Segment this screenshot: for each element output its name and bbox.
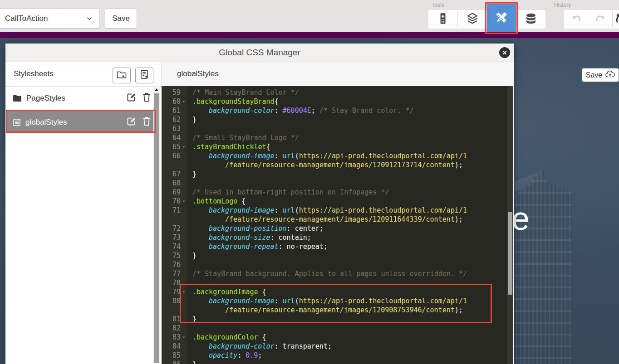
fold-arrow-icon[interactable]: ▾ — [181, 142, 187, 151]
code-text: background-image: url(https://api-prod.t… — [187, 206, 467, 215]
rename-stylesheet-button[interactable] — [123, 92, 139, 105]
code-line-78[interactable]: 78 — [162, 278, 513, 287]
code-line-66[interactable]: 66background-image: url(https://api-prod… — [162, 151, 513, 160]
layers-tool-button[interactable] — [458, 10, 487, 29]
editor-scrollbar[interactable] — [507, 86, 513, 364]
code-line-64[interactable]: 64/* Small StayBrand Logo */ — [162, 133, 513, 142]
add-folder-button[interactable] — [113, 68, 131, 83]
code-text: background-position: center; — [187, 224, 324, 233]
save-page-button[interactable]: Save — [105, 9, 137, 29]
partial-tool-button[interactable] — [613, 10, 619, 29]
stylesheet-item-PageStyles[interactable]: PageStyles — [6, 87, 159, 109]
code-line-75[interactable]: 75} — [162, 251, 513, 260]
code-text — [187, 179, 192, 188]
delete-stylesheet-button[interactable] — [139, 92, 154, 105]
sidebar-scrollbar-thumb[interactable] — [154, 93, 159, 363]
component-select[interactable]: CallToAction — [0, 9, 99, 29]
line-number: 77 — [162, 269, 181, 278]
code-line-85[interactable]: 85opacity: 0.9; — [162, 351, 513, 360]
code-line-83[interactable]: 83▾.backgroundColor { — [162, 333, 513, 342]
database-tool-button[interactable] — [516, 10, 545, 29]
code-line-76[interactable]: 76 — [162, 260, 513, 269]
fold-gutter — [181, 360, 187, 364]
code-line-65[interactable]: 65▾.stayBrandChicklet{ — [162, 142, 513, 151]
line-number: 78 — [162, 278, 181, 287]
fold-arrow-icon[interactable]: ▾ — [181, 333, 187, 342]
code-line-80[interactable]: 80background-image: url(https://api-prod… — [162, 296, 513, 306]
code-line-60[interactable]: 60▾.backgroundStayBrand{ — [162, 97, 513, 106]
line-number: 71 — [162, 206, 181, 215]
fold-arrow-icon[interactable]: ▾ — [181, 197, 187, 206]
code-line-81[interactable]: 81} — [162, 315, 513, 324]
code-line-84[interactable]: 84background-color: transparent; — [162, 342, 513, 351]
css-code-editor[interactable]: 59/* Main StayBrand Color */60▾.backgrou… — [162, 86, 513, 364]
rename-stylesheet-button[interactable] — [123, 116, 139, 129]
code-line-59[interactable]: 59/* Main StayBrand Color */ — [162, 88, 513, 97]
open-stylesheet-title: globalStyles — [177, 69, 219, 78]
fold-gutter — [181, 324, 187, 333]
fold-gutter — [181, 242, 187, 251]
line-number: 65 — [162, 142, 181, 151]
fold-gutter — [181, 306, 187, 315]
undo-button[interactable] — [564, 10, 588, 29]
redo-button[interactable] — [588, 10, 612, 29]
sidebar-scrollbar[interactable] — [153, 86, 160, 363]
code-line-77[interactable]: 77/* StayBrand background. Applies to al… — [162, 269, 513, 278]
line-number — [162, 215, 181, 224]
code-line-wrap[interactable]: /feature/resource-management/images/1209… — [162, 160, 513, 170]
widget-remote-tool-button[interactable] — [428, 10, 457, 29]
stylesheet-item-globalStyles[interactable]: globalStyles — [6, 111, 159, 133]
sidebar-divider — [5, 86, 162, 87]
line-number: 62 — [162, 115, 181, 124]
code-text: background-repeat: no-repeat; — [187, 242, 328, 251]
code-text: .bottomLogo { — [187, 197, 246, 206]
line-number: 72 — [162, 224, 181, 233]
code-line-86[interactable]: 86} — [162, 360, 513, 364]
fold-arrow-icon[interactable]: ▾ — [181, 97, 187, 106]
code-line-68[interactable]: 68 — [162, 179, 513, 188]
save-stylesheet-button[interactable]: Save — [582, 68, 619, 82]
partial-tool-icon — [614, 12, 619, 27]
editor-scrollbar-thumb[interactable] — [508, 212, 512, 295]
css-manager-tool-button[interactable] — [487, 4, 516, 33]
line-number: 76 — [162, 260, 181, 269]
code-text: /* Main StayBrand Color */ — [187, 88, 299, 97]
code-text: background-image: url(https://api-prod.t… — [187, 296, 467, 306]
code-line-82[interactable]: 82 — [162, 324, 513, 333]
fold-gutter — [181, 106, 187, 115]
code-line-79[interactable]: 79▾.backgroundImage { — [162, 287, 513, 296]
code-text: /* Small StayBrand Logo */ — [187, 133, 299, 142]
code-line-74[interactable]: 74background-repeat: no-repeat; — [162, 242, 513, 251]
fold-gutter — [181, 233, 187, 242]
code-line-wrap[interactable]: /feature/resource-management/images/1209… — [162, 306, 513, 315]
fold-gutter — [181, 342, 187, 351]
edit-icon — [127, 92, 136, 104]
code-text: } — [187, 115, 197, 124]
trash-icon — [142, 92, 151, 104]
delete-stylesheet-button[interactable] — [139, 116, 154, 129]
add-stylesheet-button[interactable] — [135, 68, 153, 83]
fold-arrow-icon[interactable]: ▾ — [181, 287, 187, 296]
background-building-image — [512, 169, 572, 364]
code-line-wrap[interactable]: /feature/resource-management/images/1209… — [162, 215, 513, 224]
design-tools-icon — [493, 10, 510, 28]
code-line-71[interactable]: 71background-image: url(https://api-prod… — [162, 206, 513, 215]
code-line-73[interactable]: 73background-size: contain; — [162, 233, 513, 242]
code-line-70[interactable]: 70▾.bottomLogo { — [162, 197, 513, 206]
close-icon[interactable]: ✕ — [499, 47, 510, 58]
line-number: 85 — [162, 351, 181, 360]
code-line-62[interactable]: 62} — [162, 115, 513, 124]
code-line-67[interactable]: 67} — [162, 170, 513, 179]
fold-gutter — [181, 115, 187, 124]
fold-gutter — [181, 188, 187, 197]
line-number: 60 — [162, 97, 181, 106]
code-text: } — [187, 360, 197, 364]
chevron-down-icon — [86, 15, 93, 22]
code-line-69[interactable]: 69/* Used in bottom-right position on In… — [162, 188, 513, 197]
code-line-63[interactable]: 63 — [162, 124, 513, 133]
code-text: /* StayBrand background. Applies to all … — [187, 269, 467, 278]
code-line-72[interactable]: 72background-position: center; — [162, 224, 513, 233]
save-stylesheet-label: Save — [586, 71, 602, 79]
scrollbar-up-arrow[interactable] — [153, 86, 160, 93]
code-line-61[interactable]: 61background-color: #60004E; /* Stay Bra… — [162, 106, 513, 115]
